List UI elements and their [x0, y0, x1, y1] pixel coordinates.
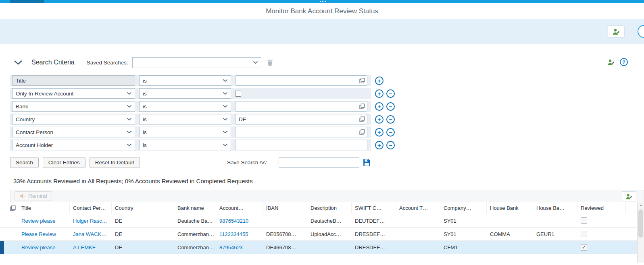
value-help-icon[interactable] — [359, 116, 365, 122]
add-filter-button[interactable]: + — [375, 102, 383, 111]
cell-description: UploadAcc… — [307, 228, 352, 240]
cell-title-link[interactable]: Review please — [21, 218, 56, 224]
filter-field-select[interactable]: Country — [12, 114, 135, 124]
table-header: Title Contact Per… Country Bank name Acc… — [0, 202, 644, 214]
cell-house-bank-account — [533, 241, 577, 254]
column-header-description[interactable]: Description — [307, 202, 352, 214]
column-header-contact-person[interactable]: Contact Per… — [70, 202, 112, 214]
remove-filter-button[interactable]: − — [386, 128, 395, 137]
cell-account-link[interactable]: 1122334455 — [219, 231, 248, 237]
chevron-down-icon — [223, 105, 228, 108]
column-header-company[interactable]: Company… — [440, 202, 487, 214]
table-row[interactable]: Review please A.LEMKE DE Commerzban… 879… — [0, 241, 644, 254]
filter-operator-select[interactable]: is — [139, 114, 231, 124]
vertical-scrollbar[interactable]: ▲ — [637, 202, 644, 263]
copy-icon[interactable] — [10, 205, 16, 211]
column-header-bank-name[interactable]: Bank name — [174, 202, 216, 214]
value-help-icon[interactable] — [359, 129, 365, 135]
column-header-house-bank[interactable]: House Bank — [487, 202, 533, 214]
add-filter-button[interactable]: + — [375, 115, 383, 124]
search-personalization-icon[interactable] — [607, 59, 615, 66]
page-title: Monitor Bank Account Review Status — [266, 7, 378, 15]
filter-field-select[interactable]: Only In-Review Account — [12, 88, 135, 99]
remove-filter-button[interactable]: − — [386, 89, 395, 98]
filter-value-input-bank[interactable] — [235, 101, 367, 112]
filter-field-select[interactable]: Bank — [12, 101, 135, 112]
reset-to-default-button[interactable]: Reset to Default — [90, 157, 140, 168]
megaphone-icon — [19, 193, 26, 199]
value-help-icon[interactable] — [359, 78, 365, 83]
cell-account-link[interactable]: 87954623 — [219, 244, 243, 251]
filter-row-bank: Bank is + − — [10, 101, 371, 112]
filter-operator-select[interactable]: is — [139, 88, 231, 99]
search-actions: Search Clear Entries Reset to Default Sa… — [10, 157, 644, 168]
chevron-down-icon — [127, 92, 132, 95]
cell-account-type — [396, 214, 440, 227]
delete-saved-search-icon[interactable] — [267, 59, 273, 66]
results-table: Remind Title Contact Per… Country Bank n… — [0, 190, 644, 254]
clear-entries-button[interactable]: Clear Entries — [43, 157, 85, 168]
cell-contact-person-link[interactable]: Jana WACK… — [73, 231, 106, 237]
cell-house-bank-account — [533, 214, 577, 227]
filter-operator-select[interactable]: is — [139, 101, 231, 112]
cell-house-bank — [487, 241, 533, 254]
remove-filter-button[interactable]: − — [386, 102, 395, 111]
add-filter-button[interactable]: + — [375, 89, 383, 98]
chevron-down-icon — [223, 130, 228, 134]
save-icon[interactable] — [363, 159, 371, 166]
cell-company: SY01 — [440, 214, 487, 227]
chevron-down-icon — [223, 79, 228, 82]
filter-value-input-account-holder[interactable] — [235, 140, 367, 150]
filter-row-country: Country is + − — [10, 114, 371, 125]
scroll-up-button[interactable]: ▲ — [638, 202, 644, 209]
add-filter-button[interactable]: + — [375, 128, 383, 137]
filter-value-checkbox[interactable] — [235, 91, 241, 97]
add-filter-button[interactable]: + — [375, 77, 383, 85]
cell-contact-person-link[interactable]: Holger Rasc… — [73, 218, 107, 224]
column-header-title[interactable]: Title — [18, 202, 70, 214]
filter-value-input-contact[interactable] — [235, 127, 367, 137]
reviewed-checkbox[interactable]: ✓ — [581, 217, 587, 224]
help-icon[interactable]: ? — [620, 58, 628, 66]
table-row[interactable]: Please Review Jana WACK… DE Commerzban… … — [0, 228, 644, 241]
cell-country: DE — [112, 241, 174, 254]
help-button[interactable] — [638, 25, 644, 38]
cell-title-link[interactable]: Review please — [21, 244, 56, 251]
remove-filter-button[interactable]: − — [386, 115, 395, 124]
reviewed-checkbox[interactable]: ✓ — [581, 231, 587, 237]
remind-button[interactable]: Remind — [15, 191, 52, 201]
column-header-reviewed[interactable]: Reviewed — [577, 202, 626, 214]
filter-operator-select[interactable]: is — [139, 140, 231, 150]
save-search-as-input[interactable] — [279, 157, 359, 168]
column-header-swift[interactable]: SWIFT C… — [352, 202, 396, 214]
reviewed-checkbox[interactable]: ✓ — [581, 244, 587, 251]
column-header-house-bank-account[interactable]: House Ba… — [533, 202, 577, 214]
search-button[interactable]: Search — [10, 157, 39, 168]
cell-account-link[interactable]: 9876543210 — [219, 218, 248, 224]
value-help-icon[interactable] — [359, 104, 365, 109]
column-header-account-type[interactable]: Account T… — [396, 202, 440, 214]
table-row[interactable]: Review please Holger Rasc… DE Deutsche B… — [0, 214, 644, 228]
filter-value-input-country[interactable] — [235, 114, 367, 124]
column-header-iban[interactable]: IBAN — [263, 202, 307, 214]
add-filter-button[interactable]: + — [375, 141, 383, 149]
cell-title-link[interactable]: Please Review — [21, 231, 56, 237]
filter-value-wrap — [235, 127, 367, 137]
collapse-arrow-icon[interactable] — [14, 60, 23, 65]
cell-company: CFM1 — [440, 241, 487, 254]
column-header-account[interactable]: Account… — [216, 202, 263, 214]
table-personalization-button[interactable] — [621, 191, 636, 201]
filter-value-input-title[interactable] — [235, 75, 367, 86]
filter-field-select[interactable]: Account Holder — [12, 140, 135, 150]
scrollbar-thumb[interactable] — [638, 209, 643, 238]
filter-operator-select[interactable]: is — [139, 127, 231, 137]
filter-operator-select[interactable]: is — [139, 75, 231, 86]
filter-field-select[interactable]: Contact Person — [12, 127, 135, 137]
filter-field-title: Title — [12, 75, 135, 86]
saved-searches-select[interactable] — [132, 57, 261, 68]
personalization-button[interactable] — [608, 25, 625, 37]
column-header-country[interactable]: Country — [112, 202, 174, 214]
cell-contact-person-link[interactable]: A.LEMKE — [73, 244, 96, 251]
table-toolbar: Remind — [10, 190, 644, 202]
remove-filter-button[interactable]: − — [386, 141, 395, 149]
